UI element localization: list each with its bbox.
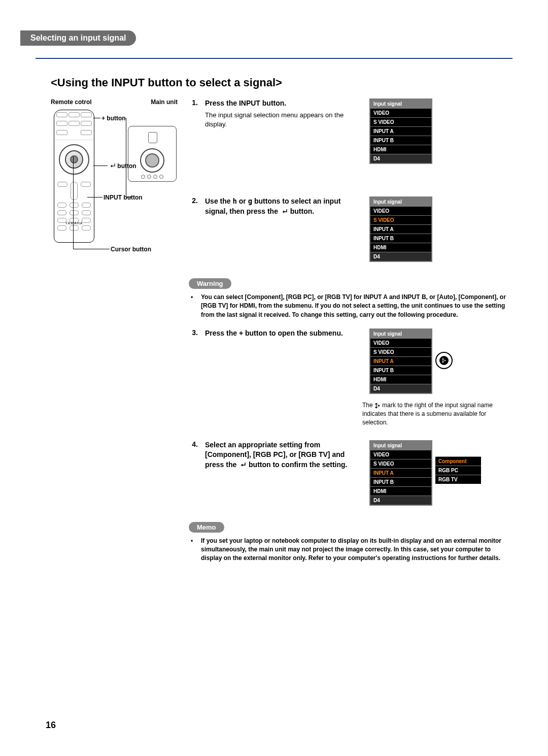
table-header: Input signal bbox=[370, 441, 431, 450]
input-signal-table-4: Input signal VIDEO S VIDEO INPUT A INPUT… bbox=[369, 440, 432, 506]
table-row: D4 bbox=[370, 252, 431, 261]
remote-illustration: YAMAHA bbox=[54, 110, 94, 243]
main-unit-label: Main unit bbox=[151, 98, 178, 106]
table-row: S VIDEO bbox=[370, 117, 431, 126]
table-row: INPUT A bbox=[370, 224, 431, 234]
table-row: VIDEO bbox=[370, 206, 431, 215]
remote-dpad-icon bbox=[59, 144, 89, 175]
enter-icon bbox=[280, 209, 288, 215]
warning-text: • You can select [Component], [RGB PC], … bbox=[191, 293, 512, 319]
diagram-column: Remote cotrol Main unit bbox=[51, 98, 178, 563]
diagram-labels: Remote cotrol Main unit bbox=[51, 98, 178, 106]
table-row: VIDEO bbox=[370, 338, 431, 347]
table-row: VIDEO bbox=[370, 108, 431, 117]
table-row: S VIDEO bbox=[370, 347, 431, 356]
step-description: The input signal selection menu appears … bbox=[205, 111, 362, 129]
table-row-selected: INPUT A bbox=[370, 468, 431, 477]
step-2: 2. Use the h or g buttons to select an i… bbox=[189, 196, 512, 262]
enter-button-callout: button bbox=[109, 162, 136, 170]
input-button-callout: INPUT button bbox=[104, 194, 143, 201]
table-row: D4 bbox=[370, 496, 431, 505]
step-title: Use the h or g buttons to select an inpu… bbox=[205, 196, 362, 216]
table-row-selected: INPUT A bbox=[370, 356, 431, 366]
table-row: INPUT A bbox=[370, 126, 431, 136]
table-row: VIDEO bbox=[370, 450, 431, 459]
controls-diagram: YAMAHA + button but bbox=[51, 108, 178, 260]
step-number: 2. bbox=[189, 196, 198, 262]
memo-label: Memo bbox=[189, 522, 224, 533]
step-3: 3. Press the + button to open the submen… bbox=[189, 328, 512, 394]
horizontal-rule bbox=[36, 58, 512, 59]
table-row-selected: S VIDEO bbox=[370, 215, 431, 224]
input-signal-table-3: Input signal VIDEO S VIDEO INPUT A INPUT… bbox=[369, 328, 432, 394]
section-title: Selecting an input signal bbox=[30, 34, 126, 42]
down-key-glyph: g bbox=[248, 197, 252, 205]
table-row: HDMI bbox=[370, 243, 431, 252]
submenu-row: RGB TV bbox=[435, 475, 481, 484]
enter-icon bbox=[238, 462, 247, 468]
table-row: HDMI bbox=[370, 375, 431, 384]
warning-label: Warning bbox=[189, 278, 231, 289]
bullet-icon: • bbox=[191, 293, 197, 319]
submenu-note: The mark to the right of the input signa… bbox=[362, 401, 494, 426]
step-number: 1. bbox=[189, 98, 198, 164]
table-row: INPUT B bbox=[370, 477, 431, 486]
submenu-mark-callout-circle bbox=[435, 352, 453, 369]
steps-column: 1. Press the INPUT button. The input sig… bbox=[189, 98, 512, 563]
page-heading: <Using the INPUT button to select a sign… bbox=[51, 76, 512, 89]
table-row: INPUT B bbox=[370, 366, 431, 375]
table-row: D4 bbox=[370, 154, 431, 163]
step-title: Press the INPUT button. bbox=[205, 98, 362, 109]
submenu-mark-icon bbox=[374, 403, 381, 409]
section-pill: Selecting an input signal bbox=[20, 30, 136, 46]
step-title: Press the + button to open the submenu. bbox=[205, 328, 362, 339]
table-row: HDMI bbox=[370, 486, 431, 496]
enter-icon bbox=[109, 163, 116, 169]
content-columns: Remote cotrol Main unit bbox=[51, 98, 512, 563]
up-key-glyph: h bbox=[232, 197, 236, 205]
bullet-icon: • bbox=[191, 537, 197, 563]
step-number: 4. bbox=[189, 440, 198, 506]
submenu-row-selected: Component bbox=[435, 456, 481, 466]
main-unit-dpad-icon bbox=[140, 148, 164, 173]
step-title: Select an appropriate setting from [Comp… bbox=[205, 440, 362, 470]
memo-block: Memo • If you set your laptop or noteboo… bbox=[189, 513, 512, 563]
table-header: Input signal bbox=[370, 198, 431, 206]
table-row: INPUT B bbox=[370, 136, 431, 145]
step-1: 1. Press the INPUT button. The input sig… bbox=[189, 98, 512, 164]
cursor-button-callout: Cursor button bbox=[111, 246, 151, 253]
input-signal-table-1: Input signal VIDEO S VIDEO INPUT A INPUT… bbox=[369, 98, 432, 164]
step-number: 3. bbox=[189, 328, 198, 394]
table-header: Input signal bbox=[370, 330, 431, 338]
remote-label: Remote cotrol bbox=[51, 98, 92, 106]
table-row: INPUT B bbox=[370, 234, 431, 243]
input-signal-table-2: Input signal VIDEO S VIDEO INPUT A INPUT… bbox=[369, 196, 432, 262]
step-4: 4. Select an appropriate setting from [C… bbox=[189, 440, 512, 506]
warning-block: Warning • You can select [Component], [R… bbox=[189, 269, 512, 319]
submenu-row: RGB PC bbox=[435, 466, 481, 475]
table-row: D4 bbox=[370, 384, 431, 393]
submenu-mark-icon bbox=[439, 356, 449, 365]
page-number: 16 bbox=[46, 720, 56, 731]
submenu-options-table: Component RGB PC RGB TV bbox=[435, 456, 481, 484]
table-row: S VIDEO bbox=[370, 459, 431, 468]
main-unit-illustration bbox=[128, 126, 177, 182]
manual-page: Selecting an input signal <Using the INP… bbox=[0, 0, 548, 756]
memo-text: • If you set your laptop or notebook com… bbox=[191, 537, 512, 563]
table-row: HDMI bbox=[370, 145, 431, 154]
table-header: Input signal bbox=[370, 100, 431, 108]
plus-button-callout: + button bbox=[101, 115, 126, 122]
